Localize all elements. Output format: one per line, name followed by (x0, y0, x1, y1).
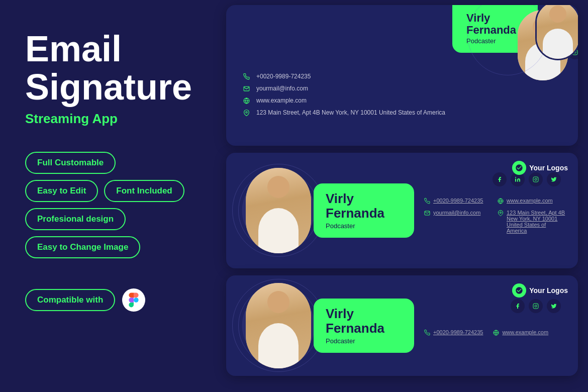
email-card-2: Your Logos Virly Fernanda Podcaster (226, 153, 578, 268)
card3-facebook-icon (511, 299, 525, 313)
badges-section: Full Customable Easy to Edit Font Includ… (25, 152, 191, 258)
card2-logo-text: Your Logos (529, 164, 568, 172)
card2-person-name: Virly Fernanda (326, 191, 402, 220)
card2-address: 123 Main Street, Apt 4B New York, NY 100… (498, 210, 566, 234)
card3-person-title: Podcaster (326, 337, 402, 345)
svg-point-9 (535, 178, 537, 180)
card2-web-icon (498, 198, 504, 206)
email-card-3: Your Logos Virly Fernanda Podcaster (226, 275, 578, 376)
card3-avatar-wrap (238, 278, 319, 373)
badge-change-image: Easy to Change Image (25, 236, 140, 258)
card1-website: www.example.com (256, 97, 307, 104)
card1-email: yourmail@info.com (256, 85, 308, 92)
card3-social-row (424, 299, 561, 313)
card2-facebook-icon (493, 172, 507, 186)
card1-email-row: yourmail@info.com (243, 85, 566, 93)
card2-logo: Your Logos (512, 161, 568, 175)
card2-location-icon (498, 210, 504, 218)
badge-row-1: Easy to Edit Font Included (25, 180, 191, 202)
card3-instagram-icon (529, 299, 543, 313)
svg-rect-8 (533, 177, 538, 182)
svg-point-10 (537, 178, 537, 178)
card2-web: www.example.com (498, 198, 566, 206)
card1-name: VirlyFernanda (466, 12, 524, 36)
badge-row-3: Easy to Change Image (25, 236, 191, 258)
title-line1: Email (25, 29, 122, 69)
compatible-badge: Compatible with (25, 289, 115, 311)
badge-row-0: Full Customable (25, 152, 191, 174)
title-line2: Signature (25, 67, 192, 107)
card2-name-block: Virly Fernanda Podcaster (314, 183, 414, 237)
badge-professional: Profesional design (25, 208, 126, 230)
subtitle: Streaming App (25, 111, 191, 127)
card1-role: Podcaster (466, 37, 524, 45)
figma-icon (122, 288, 145, 312)
card2-right: +0020-9989-724235 www.example.com yourma… (414, 187, 566, 234)
web-icon (243, 97, 251, 106)
right-panel: VirlyFernanda Podcaster (216, 0, 588, 392)
badge-row-2: Profesional design (25, 208, 191, 230)
logo-icon (512, 161, 526, 175)
card3-phone-icon (424, 330, 430, 337)
badge-easy-edit: Easy to Edit (25, 180, 98, 202)
card3-twitter-icon (547, 299, 561, 313)
card2-contacts: +0020-9989-724235 www.example.com yourma… (424, 198, 566, 234)
card2-email: yourmail@info.com (424, 210, 493, 234)
card3-web-text: www.example.com (502, 329, 548, 335)
badge-font-included: Font Included (104, 180, 184, 202)
svg-point-15 (535, 305, 537, 307)
svg-point-7 (515, 177, 516, 178)
compatible-section: Compatible with (25, 288, 191, 312)
svg-point-13 (500, 212, 502, 214)
email-card-1: VirlyFernanda Podcaster (226, 5, 578, 146)
card3-avatar (246, 283, 311, 368)
card3-web-icon (493, 330, 499, 337)
card3-person-name: Virly Fernanda (326, 307, 402, 335)
left-panel: Email Signature Streaming App Full Custo… (0, 0, 216, 392)
card3-right: +0020-9989-724235 www.example.com (414, 314, 566, 337)
card1-address-row: 123 Main Street, Apt 4B New York, NY 100… (243, 109, 566, 118)
main-title: Email Signature (25, 30, 191, 106)
email-icon (243, 85, 251, 93)
card3-web: www.example.com (493, 329, 548, 337)
card3-logo: Your Logos (512, 283, 568, 298)
card1-avatar (537, 5, 578, 59)
card2-phone-text: +0020-9989-724235 (433, 198, 483, 204)
card3-name-block: Virly Fernanda Podcaster (314, 299, 414, 352)
svg-rect-14 (533, 304, 538, 309)
card3-phone: +0020-9989-724235 (424, 329, 483, 337)
card1-web-row: www.example.com (243, 97, 566, 106)
card2-email-text: yourmail@info.com (433, 210, 480, 216)
phone-icon (243, 73, 251, 81)
card2-avatar-wrap (238, 163, 319, 258)
card2-web-text: www.example.com (507, 198, 553, 204)
card2-address-text: 123 Main Street, Apt 4B New York, NY 100… (507, 210, 566, 234)
card2-email-icon (424, 210, 430, 218)
card2-person-title: Podcaster (326, 222, 402, 230)
svg-point-6 (246, 112, 247, 113)
card1-address: 123 Main Street, Apt 4B New York, NY 100… (256, 109, 445, 116)
location-icon (243, 110, 251, 118)
card3-phone-text: +0020-9989-724235 (433, 329, 483, 335)
card2-phone: +0020-9989-724235 (424, 198, 493, 206)
card2-avatar (246, 168, 311, 253)
card2-phone-icon (424, 198, 430, 206)
card1-phone: +0020-9989-724235 (256, 73, 311, 80)
card3-logo-icon (512, 283, 526, 298)
badge-full-customable: Full Customable (25, 152, 116, 174)
card3-logo-text: Your Logos (529, 286, 568, 295)
svg-point-16 (537, 305, 537, 305)
card3-contacts: +0020-9989-724235 www.example.com (424, 329, 566, 337)
